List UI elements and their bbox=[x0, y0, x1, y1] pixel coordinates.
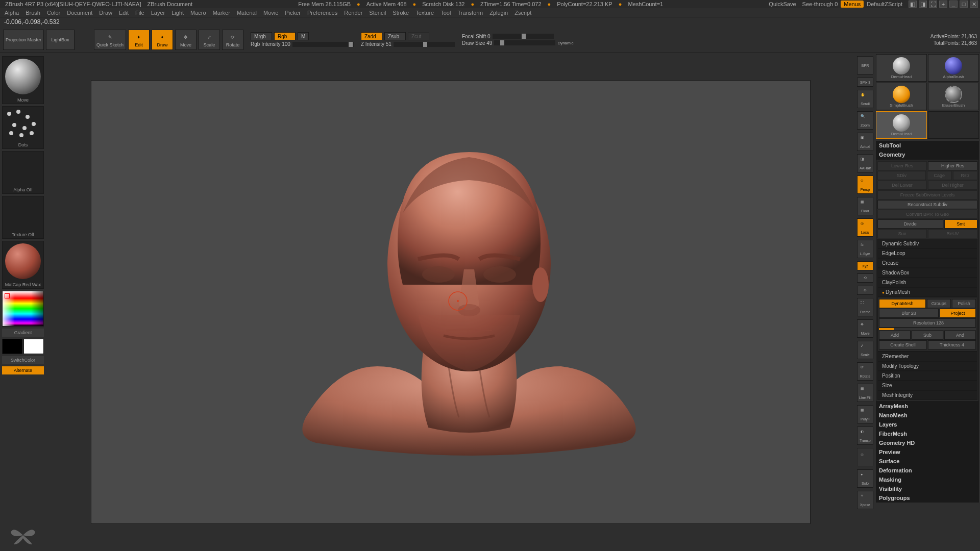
position-section[interactable]: Position bbox=[877, 371, 977, 381]
thickness-slider[interactable]: Thickness 4 bbox=[928, 340, 976, 349]
solo-button[interactable]: ●Solo bbox=[857, 469, 873, 488]
higher-res-button[interactable]: Higher Res bbox=[928, 161, 977, 170]
center-button[interactable]: ⊙ bbox=[857, 286, 873, 295]
rot-lock-button[interactable]: ⟲ bbox=[857, 273, 873, 283]
lightbox-button[interactable]: LightBox bbox=[46, 30, 75, 50]
linefill-button[interactable]: ▦Line Fill bbox=[857, 384, 873, 402]
quicksave-button[interactable]: QuickSave bbox=[766, 1, 799, 7]
minimize-icon[interactable]: _ bbox=[949, 1, 958, 8]
focal-shift-label[interactable]: Focal Shift 0 bbox=[462, 34, 491, 39]
sdiv-slider[interactable]: SDiv bbox=[877, 171, 926, 180]
rgb-button[interactable]: Rgb bbox=[274, 32, 296, 40]
polyf-button[interactable]: ▦PolyF bbox=[857, 405, 873, 423]
m-button[interactable]: M bbox=[298, 32, 309, 40]
actual-button[interactable]: ▣Actual bbox=[857, 133, 873, 151]
convert-bpr-button[interactable]: Convert BPR To Geo bbox=[877, 210, 977, 219]
lower-res-button[interactable]: Lower Res bbox=[877, 161, 927, 170]
freeze-subdiv-button[interactable]: Freeze SubDivision Levels bbox=[877, 190, 977, 199]
gradient-button[interactable]: Gradient bbox=[2, 329, 44, 337]
menu-brush[interactable]: Brush bbox=[23, 10, 43, 16]
reuv-button[interactable]: ReUV bbox=[928, 229, 977, 238]
stroke-preview[interactable]: Dots bbox=[2, 106, 44, 149]
menu-stroke[interactable]: Stroke bbox=[390, 10, 411, 16]
dynamesh-section[interactable]: DynaMesh bbox=[877, 287, 977, 297]
cage-button[interactable]: Cage bbox=[927, 171, 952, 180]
menus-button[interactable]: Menus bbox=[841, 1, 864, 8]
projection-master-button[interactable]: Projection Master bbox=[3, 30, 44, 50]
visibility-header[interactable]: Visibility bbox=[876, 484, 979, 493]
sub-button[interactable]: Sub bbox=[912, 331, 943, 340]
divide-button[interactable]: Divide bbox=[877, 219, 943, 229]
meshintegrity-section[interactable]: MeshIntegrity bbox=[877, 390, 977, 400]
menu-stencil[interactable]: Stencil bbox=[366, 10, 388, 16]
menu-zscript[interactable]: Zscript bbox=[512, 10, 534, 16]
geometryhd-header[interactable]: Geometry HD bbox=[876, 438, 979, 447]
menu-movie[interactable]: Movie bbox=[261, 10, 281, 16]
dock-left-icon[interactable]: ◧ bbox=[909, 1, 917, 8]
menu-render[interactable]: Render bbox=[341, 10, 365, 16]
draw-size-label[interactable]: Draw Size 49 bbox=[462, 40, 492, 46]
lsym-button[interactable]: ⇋L.Sym bbox=[857, 240, 873, 258]
menu-layer[interactable]: Layer bbox=[149, 10, 168, 16]
xpose-button[interactable]: ✧Xpose bbox=[857, 491, 873, 509]
menu-file[interactable]: File bbox=[133, 10, 147, 16]
scale-button[interactable]: ⤢ Scale bbox=[199, 30, 220, 50]
tool-eraserbrush[interactable]: EraserBrush bbox=[928, 83, 979, 110]
z-intensity-label[interactable]: Z Intensity 51 bbox=[361, 41, 391, 47]
tool-demohead-active[interactable]: DemoHead bbox=[876, 111, 927, 139]
draw-button[interactable]: ✦ Draw bbox=[152, 30, 173, 50]
del-higher-button[interactable]: Del Higher bbox=[928, 181, 977, 190]
scroll-button[interactable]: ✋Scroll bbox=[857, 90, 873, 108]
fibermesh-header[interactable]: FiberMesh bbox=[876, 429, 979, 438]
layers-header[interactable]: Layers bbox=[876, 420, 979, 429]
scale-nav-button[interactable]: ⤢Scale bbox=[857, 341, 873, 359]
z-intensity-slider[interactable] bbox=[394, 42, 455, 47]
menu-alpha[interactable]: Alpha bbox=[2, 10, 21, 16]
zoom-button[interactable]: 🔍Zoom bbox=[857, 111, 873, 130]
and-button[interactable]: And bbox=[944, 331, 976, 340]
polish-button[interactable]: Polish bbox=[952, 299, 976, 308]
modify-topology-section[interactable]: Modify Topology bbox=[877, 361, 977, 371]
size-section[interactable]: Size bbox=[877, 381, 977, 390]
smt-button[interactable]: Smt bbox=[944, 219, 977, 229]
expand-icon[interactable]: ⛶ bbox=[929, 1, 937, 8]
nanomesh-header[interactable]: NanoMesh bbox=[876, 411, 979, 420]
close-icon[interactable]: ✕ bbox=[970, 1, 978, 8]
subtool-header[interactable]: SubTool bbox=[876, 141, 979, 150]
dock-right-icon[interactable]: ◨ bbox=[919, 1, 927, 8]
reconstruct-subdiv-button[interactable]: Reconstruct Subdiv bbox=[877, 200, 977, 209]
menu-document[interactable]: Document bbox=[64, 10, 95, 16]
move-button[interactable]: ✥ Move bbox=[175, 30, 197, 50]
menu-light[interactable]: Light bbox=[169, 10, 186, 16]
alpha-preview[interactable]: Alpha Off bbox=[2, 151, 44, 194]
menu-picker[interactable]: Picker bbox=[282, 10, 303, 16]
move-nav-button[interactable]: ✥Move bbox=[857, 319, 873, 338]
add-button[interactable]: Add bbox=[879, 331, 911, 340]
xyz-button[interactable]: Xyz bbox=[857, 261, 873, 270]
swatch-black[interactable] bbox=[2, 339, 22, 354]
menu-texture[interactable]: Texture bbox=[413, 10, 436, 16]
focal-shift-slider[interactable] bbox=[493, 34, 554, 39]
menu-macro[interactable]: Macro bbox=[188, 10, 209, 16]
tool-demohead[interactable]: DemoHead bbox=[876, 54, 927, 82]
menu-preferences[interactable]: Preferences bbox=[305, 10, 340, 16]
masking-header[interactable]: Masking bbox=[876, 475, 979, 484]
texture-preview[interactable]: Texture Off bbox=[2, 196, 44, 239]
tool-empty[interactable] bbox=[928, 111, 979, 139]
zadd-button[interactable]: Zadd bbox=[361, 32, 382, 40]
preview-header[interactable]: Preview bbox=[876, 447, 979, 457]
menu-marker[interactable]: Marker bbox=[210, 10, 233, 16]
groups-button[interactable]: Groups bbox=[927, 299, 951, 308]
rgb-intensity-slider[interactable] bbox=[292, 42, 354, 47]
transp-button[interactable]: ◐Transp bbox=[857, 427, 873, 445]
rgb-intensity-label[interactable]: Rgb Intensity 100 bbox=[251, 41, 290, 47]
dynamic-subdiv-section[interactable]: Dynamic Subdiv bbox=[877, 239, 977, 248]
menu-zplugin[interactable]: Zplugin bbox=[487, 10, 510, 16]
dynamesh-nav-button[interactable]: ◍ bbox=[857, 448, 873, 466]
dynamic-label[interactable]: Dynamic bbox=[557, 41, 573, 45]
tool-alphabrush[interactable]: AlphaBrush bbox=[928, 54, 979, 82]
create-shell-button[interactable]: Create Shell bbox=[879, 340, 927, 349]
rotate-nav-button[interactable]: ⟳Rotate bbox=[857, 362, 873, 381]
aahalf-button[interactable]: ◨AAHalf bbox=[857, 154, 873, 172]
dynamesh-button[interactable]: DynaMesh bbox=[879, 299, 926, 308]
